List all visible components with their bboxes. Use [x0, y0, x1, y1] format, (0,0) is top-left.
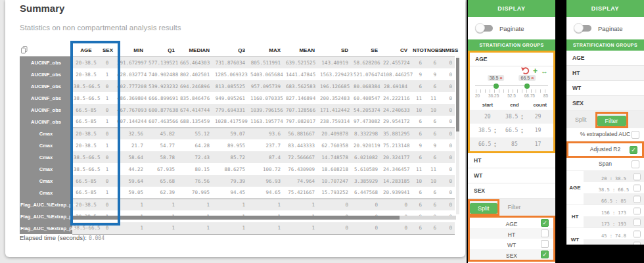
stepper[interactable]: ▲▼ — [494, 128, 496, 134]
table-cell: 20.324177 — [380, 151, 410, 163]
table-cell: 196.126685 — [317, 80, 351, 92]
group-header-sex[interactable]: SEX — [468, 183, 555, 199]
tab-split[interactable]: Split — [566, 116, 595, 123]
age-range-rows: 2038.5▲▼2938.5▲▼66.5▲▼1966.5▲▼8517 — [470, 110, 553, 151]
checkbox[interactable] — [632, 160, 639, 168]
table-cell: 467.767093 — [114, 104, 146, 116]
checkbox[interactable] — [633, 184, 641, 191]
table-cell: 6 — [410, 57, 425, 69]
group-header-sex[interactable]: SEX — [566, 96, 644, 111]
vertical-scrollbar-thumb[interactable] — [456, 58, 459, 132]
table-cell: 100.72 — [248, 163, 283, 175]
add-break-icon[interactable]: + — [533, 68, 538, 74]
display-section-header: DISPLAY — [566, 0, 644, 17]
step-down-icon[interactable]: ▼ — [520, 131, 523, 134]
paginate-toggle[interactable] — [575, 25, 591, 32]
slider-handle[interactable] — [494, 84, 499, 89]
table-cell: 0 — [351, 222, 380, 234]
table-cell: 38.5-66.5 — [72, 163, 100, 175]
checkbox[interactable] — [633, 241, 641, 245]
split-tab-highlight: Split — [468, 199, 499, 216]
table-cell: 79.39 — [212, 175, 248, 187]
range-option[interactable]: 20 : 38.5 — [584, 171, 644, 182]
checkbox[interactable] — [633, 173, 641, 180]
horizontal-scrollbar[interactable] — [71, 216, 456, 220]
checkbox[interactable] — [541, 240, 549, 248]
end-value[interactable]: 38.5 — [505, 114, 518, 120]
filter-option-adjusted-r2[interactable]: Adjusted R2✓ — [568, 143, 642, 156]
checkbox[interactable] — [632, 131, 639, 139]
copy-header-cell[interactable] — [20, 45, 72, 57]
group-header-age[interactable]: AGE — [470, 53, 553, 66]
range-option[interactable]: 66.5 : 85 — [584, 193, 644, 204]
range-item-list: 45 : 74.874.8 : 106 — [584, 228, 644, 245]
tab-filter[interactable]: Filter — [597, 116, 626, 126]
table-cell: 6 — [410, 128, 425, 139]
stepper[interactable]: ▲▼ — [494, 141, 496, 148]
group-header-wt[interactable]: WT — [566, 81, 644, 96]
group-header-ht[interactable]: HT — [468, 153, 555, 168]
end-value[interactable]: 85 — [511, 141, 518, 147]
table-cell: 89.955 — [212, 139, 248, 151]
slider-handle[interactable] — [524, 84, 530, 89]
checkbox[interactable]: ✓ — [541, 251, 549, 258]
paginate-toggle[interactable] — [476, 25, 493, 32]
elapsed-time-value: 0.004 — [89, 235, 104, 241]
group-header-age[interactable]: AGE — [566, 51, 644, 66]
stepper[interactable]: ▲▼ — [520, 128, 523, 134]
filter-option--extrapolated-auc[interactable]: % extrapolated AUC — [566, 128, 644, 141]
tab-split[interactable]: Split — [470, 203, 497, 214]
checkbox[interactable] — [633, 218, 641, 226]
horizontal-scrollbar-thumb[interactable] — [71, 216, 400, 220]
remove-handle-icon[interactable]: × — [499, 76, 502, 80]
group-header-wt[interactable]: WT — [468, 168, 555, 183]
checkbox[interactable] — [633, 207, 641, 214]
range-option[interactable]: 45 : 74.8 — [584, 228, 644, 239]
tab-filter[interactable]: Filter — [499, 204, 530, 210]
range-option[interactable]: 38.5 : 66.5 — [584, 182, 644, 193]
table-cell: 1 — [100, 163, 114, 175]
table-cell: 6 — [410, 199, 425, 210]
checkbox[interactable] — [633, 230, 641, 237]
display-section-header: DISPLAY — [468, 0, 555, 17]
step-down-icon[interactable]: ▼ — [520, 117, 523, 120]
filter-option-span[interactable]: Span — [566, 158, 644, 171]
remove-handle-icon[interactable]: × — [531, 76, 534, 80]
range-option[interactable]: 173 : 193 — [584, 216, 644, 227]
start-value[interactable]: 20 — [484, 114, 491, 120]
table-cell: 0 — [317, 199, 351, 210]
split-option-wt[interactable]: WT — [470, 239, 553, 249]
start-value[interactable]: 38.5 — [478, 128, 491, 133]
step-down-icon[interactable]: ▼ — [494, 145, 496, 148]
range-option[interactable]: 156 : 173 — [584, 205, 644, 216]
checkbox[interactable]: ✓ — [630, 146, 637, 154]
end-value[interactable]: 66.5 — [505, 128, 518, 133]
group-header-ht[interactable]: HT — [566, 66, 644, 81]
range-option[interactable]: 74.8 : 106 — [584, 239, 644, 245]
table-cell: 402.777208 — [114, 80, 146, 92]
table-cell: 1 — [100, 68, 114, 80]
split-option-age[interactable]: AGE✓ — [470, 218, 553, 228]
table-cell: 1039.796156 — [248, 104, 283, 116]
split-option-sex[interactable]: SEX✓ — [470, 249, 553, 260]
split-filter-tabbar: Split Filter — [468, 199, 555, 216]
table-cell: 6 — [425, 116, 439, 128]
step-down-icon[interactable]: ▼ — [494, 131, 496, 134]
slider-track[interactable] — [475, 84, 548, 89]
checkbox[interactable]: ✓ — [541, 219, 549, 227]
table-cell: 11 — [425, 92, 439, 104]
row-label: AUCINF_obs — [20, 80, 72, 92]
column-header: MIN — [114, 45, 146, 57]
vertical-scrollbar[interactable] — [456, 57, 459, 214]
row-label: AUCINF_obs — [20, 57, 72, 69]
table-cell: 58.628206 — [351, 57, 380, 69]
start-value[interactable]: 66.5 — [478, 141, 491, 147]
checkbox[interactable] — [541, 229, 549, 237]
split-option-ht[interactable]: HT — [470, 228, 553, 239]
table-cell: 38.5-66.5 — [72, 92, 100, 104]
table-cell: 66.5-85 — [72, 116, 100, 128]
expand-range-icon[interactable]: ↔ — [541, 68, 548, 74]
copy-icon[interactable] — [21, 49, 28, 55]
checkbox[interactable] — [633, 195, 641, 203]
stepper[interactable]: ▲▼ — [520, 114, 523, 120]
